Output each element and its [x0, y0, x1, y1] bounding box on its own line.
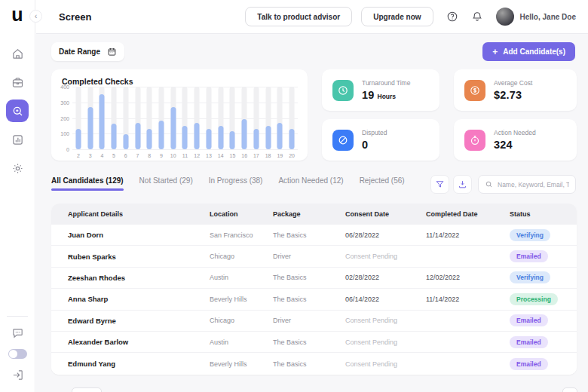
x-tick-label: 3	[89, 153, 92, 158]
cell-applicant-name: Juan Dorn	[68, 231, 210, 239]
upgrade-now-button[interactable]: Upgrade now	[361, 7, 433, 26]
sidebar-nav	[0, 42, 35, 179]
logout-icon[interactable]	[11, 369, 24, 381]
cell-package: The Basics	[273, 360, 345, 368]
download-icon	[458, 179, 467, 189]
x-tick-label: 16	[241, 153, 247, 158]
tab-action-needed-12[interactable]: Action Needed (12)	[278, 176, 343, 191]
tab-all-candidates-129[interactable]: All Candidates (129)	[51, 176, 124, 191]
chart-bar: 17	[250, 87, 262, 149]
chat-icon[interactable]	[11, 326, 24, 339]
x-tick-label: 20	[289, 153, 295, 158]
x-tick-label: 2	[77, 153, 80, 158]
tab-rejected-56[interactable]: Rejected (56)	[360, 176, 405, 191]
sidebar-divider	[7, 316, 28, 317]
status-badge: Emailed	[510, 314, 548, 326]
cell-consent-date: Consent Pending	[345, 253, 426, 260]
x-tick-label: 5	[112, 153, 115, 158]
table-row[interactable]: Anna Sharp Beverly Hills The Basics 06/1…	[51, 289, 577, 310]
x-tick-label: 11	[182, 153, 188, 158]
settings-icon	[11, 162, 24, 175]
stopwatch-icon	[464, 130, 485, 151]
help-icon[interactable]	[446, 11, 458, 23]
home-icon	[11, 47, 24, 60]
filter-button[interactable]	[430, 175, 449, 194]
chart-bar: 4	[96, 87, 108, 149]
cell-location: Austin	[210, 338, 273, 346]
stat-value: 0	[362, 139, 368, 151]
stat-label: Action Needed	[494, 129, 536, 136]
stat-card-turnaround-time: Turnaround Time 19 Hours	[322, 69, 439, 111]
completed-checks-chart-card: Completed Checks 4003002001000 2 3 4 5 6…	[51, 69, 308, 161]
export-download-button[interactable]	[453, 175, 472, 194]
table-row[interactable]: Zeeshan Rhodes Austin The Basics 02/28/2…	[51, 268, 577, 289]
cell-location: Beverly Hills	[210, 296, 273, 303]
x-tick-label: 8	[148, 153, 151, 158]
stat-card-disputed: Disputed 0	[322, 119, 439, 161]
x-tick-label: 14	[218, 153, 224, 158]
x-tick-label: 10	[170, 153, 176, 158]
x-tick-label: 17	[253, 153, 259, 158]
cell-location: Beverly Hills	[210, 360, 273, 368]
sidebar-item-briefcase[interactable]	[6, 71, 29, 93]
table-row[interactable]: Alexander Barlow Austin The Basics Conse…	[51, 332, 577, 353]
stat-card-average-cost: Average Cost $2.73	[454, 69, 577, 111]
pagination-next-button[interactable]	[562, 387, 577, 392]
stat-value: 324	[494, 139, 513, 151]
y-tick-label: 100	[60, 131, 69, 136]
chart-y-axis: 4003002001000	[54, 87, 69, 149]
search-input[interactable]	[498, 181, 569, 188]
table-row[interactable]: Ruben Sparks Chicago Driver Consent Pend…	[51, 246, 577, 267]
theme-toggle[interactable]	[8, 349, 27, 359]
cell-applicant-name: Ruben Sparks	[68, 253, 210, 261]
user-avatar[interactable]	[496, 8, 514, 26]
tab-in-progress-38[interactable]: In Progress (38)	[209, 176, 263, 191]
cell-package: Driver	[273, 253, 345, 260]
chart-bar: 3	[84, 87, 96, 149]
table-body: Juan Dorn San Francisco The Basics 06/28…	[51, 225, 577, 375]
x-tick-label: 6	[124, 153, 127, 158]
sidebar-item-reports[interactable]	[6, 128, 29, 151]
table-row[interactable]: Edward Byrne Chicago Driver Consent Pend…	[51, 311, 577, 332]
column-consent-date: Consent Date	[345, 210, 426, 218]
main-content: Date Range + Add Candidate(s) Completed …	[36, 34, 588, 392]
talk-to-advisor-button[interactable]: Talk to product advisor	[245, 7, 352, 26]
cell-location: Austin	[210, 274, 273, 281]
status-badge: Emailed	[510, 250, 548, 262]
status-badge: Emailed	[510, 336, 548, 348]
add-candidates-label: Add Candidate(s)	[503, 47, 565, 56]
notifications-bell-icon[interactable]	[471, 11, 483, 23]
cell-applicant-name: Edmund Yang	[68, 360, 210, 368]
sidebar-item-home[interactable]	[6, 42, 29, 65]
sidebar-collapse-button[interactable]: ‹	[29, 10, 42, 23]
date-range-button[interactable]: Date Range	[51, 42, 124, 61]
chart-plot-area: 2 3 4 5 6 7 8 9 10 11 12 13 14 15 16 17 …	[72, 87, 298, 149]
cell-location: Chicago	[210, 317, 273, 324]
reports-icon	[11, 133, 24, 146]
clock-icon	[332, 80, 354, 101]
sidebar-item-search[interactable]	[6, 100, 29, 122]
column-location: Location	[210, 210, 273, 218]
stat-label: Turnaround Time	[362, 79, 410, 87]
chart-bar: 20	[286, 87, 298, 149]
chart-bar: 16	[238, 87, 250, 149]
chart-bar: 7	[132, 87, 144, 149]
cell-consent-date: 02/28/2022	[345, 274, 426, 281]
x-tick-label: 12	[194, 153, 200, 158]
pagination-previous-button[interactable]	[72, 387, 102, 392]
calendar-icon	[107, 47, 117, 57]
table-row[interactable]: Edmund Yang Beverly Hills The Basics Con…	[51, 353, 577, 374]
sidebar-item-settings[interactable]	[6, 157, 29, 179]
x-tick-label: 18	[265, 153, 271, 158]
chart-bar: 15	[227, 87, 239, 149]
stat-unit: Hours	[378, 93, 397, 100]
status-badge: Verifying	[510, 229, 550, 241]
chart-bar: 11	[179, 87, 191, 149]
table-row[interactable]: Juan Dorn San Francisco The Basics 06/28…	[51, 225, 577, 246]
status-badge: Processing	[510, 293, 558, 305]
cell-completed-date: 11/14/2022	[426, 231, 510, 239]
add-candidates-button[interactable]: + Add Candidate(s)	[482, 42, 575, 61]
sidebar-bottom	[0, 316, 35, 381]
column-completed-date: Completed Date	[426, 210, 510, 218]
tab-not-started-29[interactable]: Not Started (29)	[139, 176, 193, 191]
